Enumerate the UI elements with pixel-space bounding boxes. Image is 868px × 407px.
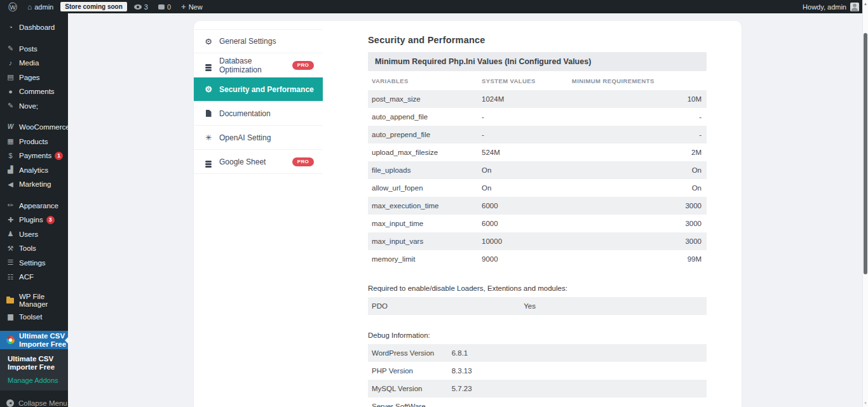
sidebar-item-tools[interactable]: ⚒Tools [0, 241, 68, 256]
submenu-item-manage-addons[interactable]: Manage Addons [8, 377, 63, 384]
admin-content-area: General SettingsDatabase OptimizationPRO… [68, 13, 868, 407]
table-row: MySQL Version5.7.23 [368, 380, 707, 397]
csv-importer-submenu: Ultimate CSV Importer Free Manage Addons [0, 349, 68, 390]
collapse-menu-label: Collapse Menu [18, 399, 67, 407]
collapse-menu-button[interactable]: ◂ Collapse Menu [0, 399, 68, 407]
column-header: MINIMUM REQUIREMENTS [572, 77, 707, 84]
loaders-table: PDOYes [368, 297, 707, 315]
sidebar-item-comments[interactable]: ●Comments [0, 84, 68, 99]
tab-documentation[interactable]: Documentation [194, 102, 323, 126]
howdy-link[interactable]: Howdy, admin [803, 3, 846, 11]
table-row: max_execution_time60003000 [368, 197, 707, 215]
submenu-item-ultimate-csv-importer[interactable]: Ultimate CSV Importer Free [8, 355, 63, 371]
pro-badge: PRO [292, 61, 314, 70]
sidebar-item-ultimate-csv-importer-free[interactable]: Ultimate CSV Importer Free [0, 331, 68, 349]
sidebar-item-label: Media [19, 59, 39, 67]
extension-name-cell: PDO [368, 302, 524, 310]
sidebar-item-media[interactable]: ♪Media [0, 56, 68, 70]
settings-icon: ☰ [6, 259, 15, 266]
discs-icon [204, 158, 213, 165]
debug-value-cell: 5.7.23 [452, 385, 707, 392]
sidebar-item-woocommerce[interactable]: WWooCommerce [0, 120, 68, 135]
pin-icon: ✎ [6, 45, 15, 52]
sidebar-item-toolset[interactable]: ▆Toolset [0, 310, 68, 324]
analytics-icon: ▟ [6, 166, 15, 173]
system-value-cell: 6000 [482, 202, 572, 210]
sidebar-item-marketing[interactable]: ◀Marketing [0, 177, 68, 192]
coming-soon-badge[interactable]: Store coming soon [60, 2, 127, 11]
site-name: admin [34, 3, 53, 11]
table-row: auto_append_file-- [368, 108, 707, 126]
sidebar-item-nove[interactable]: ✎Nove; [0, 99, 68, 114]
sidebar-item-label: Tools [19, 244, 36, 253]
sidebar-item-analytics[interactable]: ▟Analytics [0, 163, 68, 178]
browser-scrollbar[interactable]: ▲ ▼ [862, 0, 868, 407]
marketing-icon: ◀ [6, 181, 15, 188]
variable-cell: max_input_vars [368, 237, 482, 245]
sidebar-item-wp-file-manager[interactable]: WP File Manager [0, 291, 68, 310]
user-avatar[interactable] [850, 3, 859, 11]
sidebar-item-label: ACF [19, 273, 34, 281]
sidebar-item-products[interactable]: ▦Products [0, 135, 68, 149]
page-title: Security and Performance [368, 35, 707, 45]
sidebar-item-plugins[interactable]: ✚Plugins3 [0, 213, 68, 227]
tab-google-sheet[interactable]: Google SheetPRO [194, 150, 323, 174]
acf-icon: ☷ [6, 274, 15, 281]
scrollbar-thumb[interactable] [864, 33, 867, 274]
toolset-icon: ▆ [6, 313, 15, 320]
comments-count-link[interactable]: 0 [155, 0, 174, 13]
scrollbar-down-arrow[interactable]: ▼ [863, 401, 868, 405]
visibility-count-link[interactable]: 3 [131, 0, 151, 13]
loaders-section-label: Required to enable/disable Loaders, Exte… [368, 284, 707, 292]
pages-icon: ▤ [6, 74, 15, 81]
sidebar-item-acf[interactable]: ☷ACF [0, 270, 68, 284]
sidebar-item-appearance[interactable]: ✏Appearance [0, 199, 68, 213]
settings-tab-nav: General SettingsDatabase OptimizationPRO… [194, 29, 323, 174]
table-row: max_input_vars100003000 [368, 232, 707, 250]
admin-bar: Ⓦ ⌂ admin Store coming soon 3 0 + New Ho… [0, 0, 868, 13]
doc-icon [204, 110, 213, 117]
table-row: file_uploadsOnOn [368, 161, 707, 179]
collapse-arrow-icon: ◂ [6, 399, 14, 407]
column-header: SYSTEM VALUES [482, 77, 572, 84]
sidebar-item-settings[interactable]: ☰Settings [0, 256, 68, 270]
pin-icon: ✎ [6, 102, 15, 109]
sidebar-item-label: Marketing [19, 180, 51, 189]
tab-label: OpenAI Setting [219, 133, 271, 142]
sidebar-item-label: Ultimate CSV Importer Free [19, 332, 68, 348]
variable-cell: auto_prepend_file [368, 131, 482, 138]
tab-database-optimization[interactable]: Database OptimizationPRO [194, 53, 323, 77]
tools-icon: ⚒ [6, 245, 15, 252]
minimum-requirement-cell: 99M [572, 255, 707, 263]
comment-count: 0 [167, 3, 171, 11]
variable-cell: auto_append_file [368, 113, 482, 121]
site-name-link[interactable]: ⌂ admin [24, 0, 57, 13]
comment-bubble-icon [158, 4, 165, 10]
table-row: upload_max_filesize524M2M [368, 143, 707, 161]
payments-icon: $ [6, 152, 15, 159]
sidebar-item-users[interactable]: ♟Users [0, 227, 68, 242]
sidebar-item-posts[interactable]: ✎Posts [0, 42, 68, 57]
home-icon: ⌂ [27, 3, 32, 11]
sidebar-item-dashboard[interactable]: ◔Dashboard [0, 20, 68, 35]
tab-openai-setting[interactable]: OpenAI Setting [194, 126, 323, 150]
sidebar-item-pages[interactable]: ▤Pages [0, 70, 68, 85]
variable-cell: max_input_time [368, 220, 482, 227]
appearance-icon: ✏ [6, 202, 15, 209]
new-label: New [189, 3, 203, 11]
wordpress-logo-icon[interactable]: Ⓦ [5, 0, 20, 13]
tab-general-settings[interactable]: General Settings [194, 29, 323, 53]
scrollbar-up-arrow[interactable]: ▲ [863, 2, 868, 6]
sidebar-item-payments[interactable]: $Payments1 [0, 149, 68, 163]
wordpress-logo-glyph: Ⓦ [8, 3, 17, 11]
system-value-cell: On [482, 166, 572, 174]
variable-cell: file_uploads [368, 166, 482, 174]
sidebar-item-label: WP File Manager [19, 293, 68, 309]
variable-cell: max_execution_time [368, 202, 482, 210]
new-content-link[interactable]: + New [178, 0, 206, 13]
sidebar-item-label: Pages [19, 74, 40, 82]
tab-security-and-performance[interactable]: Security and Performance [194, 77, 323, 102]
sidebar-item-label: Plugins [19, 216, 43, 224]
tab-label: Security and Performance [219, 85, 314, 94]
admin-sidebar: ◔Dashboard✎Posts♪Media▤Pages●Comments✎No… [0, 13, 68, 407]
